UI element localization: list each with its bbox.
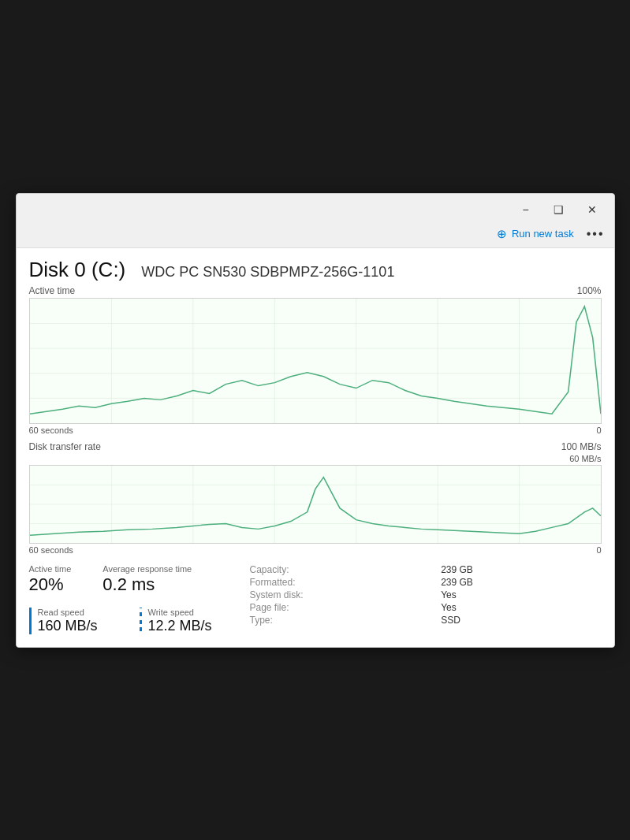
write-speed-label: Write speed (148, 608, 250, 617)
transfer-duration: 60 seconds (29, 545, 73, 555)
window-controls: − ❑ ✕ (510, 199, 608, 221)
write-speed-value: 12.2 MB/s (148, 618, 250, 634)
active-time-svg (30, 299, 601, 423)
transfer-rate-bottom: 60 seconds 0 (29, 545, 602, 555)
disk-title: Disk 0 (C:) (29, 258, 126, 282)
read-speed-stat: Read speed 160 MB/s (29, 608, 140, 634)
disk-model: WDC PC SN530 SDBPMPZ-256G-1101 (141, 264, 394, 281)
avg-response-stat: Average response time 0.2 ms (103, 564, 192, 595)
active-time-section: Active time 100% (29, 285, 602, 435)
more-options-button[interactable]: ••• (587, 227, 605, 241)
transfer-rate-section: Disk transfer rate 100 MB/s 60 MB/s (29, 441, 602, 555)
active-time-max: 100% (577, 285, 602, 296)
stats-col-right: Capacity: 239 GB Formatted: 239 GB Syste… (250, 564, 602, 634)
stats-col-left: Active time 20% Average response time 0.… (29, 564, 250, 634)
active-time-header: Active time 100% (29, 285, 602, 296)
transfer-rate-header: Disk transfer rate 100 MB/s (29, 441, 602, 452)
transfer-rate-svg (30, 466, 601, 543)
active-time-bottom: 60 seconds 0 (29, 426, 602, 435)
stats-grid: Active time 20% Average response time 0.… (29, 564, 602, 634)
active-time-stat: Active time 20% (29, 564, 72, 595)
active-time-chart (29, 298, 602, 424)
capacity-val: 239 GB (441, 564, 601, 575)
transfer-rate-label: Disk transfer rate (29, 441, 101, 452)
formatted-val: 239 GB (441, 577, 601, 588)
type-val: SSD (441, 615, 601, 626)
active-time-stat-value: 20% (29, 574, 72, 595)
read-speed-value: 160 MB/s (38, 618, 140, 634)
transfer-rate-chart (29, 465, 602, 544)
write-speed-stat: Write speed 12.2 MB/s (140, 608, 250, 634)
system-disk-key: System disk: (250, 589, 432, 600)
restore-button[interactable]: ❑ (543, 199, 575, 221)
disk-header: Disk 0 (C:) WDC PC SN530 SDBPMPZ-256G-11… (29, 258, 602, 282)
system-disk-val: Yes (441, 589, 601, 600)
run-new-task-button[interactable]: ⊕ Run new task (497, 227, 574, 241)
run-task-icon: ⊕ (497, 227, 507, 241)
active-time-duration: 60 seconds (29, 426, 73, 435)
active-time-stat-label: Active time (29, 564, 72, 574)
info-table: Capacity: 239 GB Formatted: 239 GB Syste… (250, 564, 602, 626)
avg-response-label: Average response time (103, 564, 192, 574)
avg-response-value: 0.2 ms (103, 574, 192, 595)
transfer-100-label: 100 MB/s (561, 441, 602, 452)
speed-row: Read speed 160 MB/s Write speed 12.2 MB/… (29, 608, 250, 634)
transfer-zero: 0 (596, 545, 601, 555)
formatted-key: Formatted: (250, 577, 432, 588)
disk-performance-content: Disk 0 (C:) WDC PC SN530 SDBPMPZ-256G-11… (17, 248, 614, 647)
close-button[interactable]: ✕ (576, 199, 608, 221)
titlebar: − ❑ ✕ (17, 194, 614, 224)
transfer-60-label: 60 MB/s (569, 454, 601, 463)
capacity-key: Capacity: (250, 564, 432, 575)
type-key: Type: (250, 615, 432, 626)
minimize-button[interactable]: − (510, 199, 542, 221)
active-time-zero: 0 (596, 426, 601, 435)
toolbar: ⊕ Run new task ••• (17, 224, 614, 248)
task-manager-window: − ❑ ✕ ⊕ Run new task ••• Disk 0 (C:) WDC… (16, 193, 615, 648)
page-file-key: Page file: (250, 602, 432, 613)
read-speed-label: Read speed (38, 608, 140, 617)
page-file-val: Yes (441, 602, 601, 613)
active-time-label: Active time (29, 285, 76, 296)
run-new-task-label: Run new task (512, 228, 574, 240)
